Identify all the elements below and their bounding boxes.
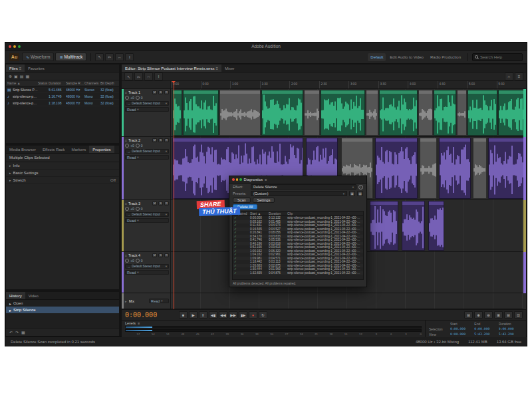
files-column-status[interactable]: Status (38, 81, 49, 85)
help-search[interactable] (472, 53, 523, 61)
diagnostics-row[interactable]: ✓0:52.1900:09.613strip-silence-podcast_r… (233, 245, 363, 249)
diagnostics-row[interactable]: ✓0:34.1700:03.633strip-silence-podcast_r… (233, 235, 363, 239)
diag-col-duration[interactable]: Duration (269, 212, 286, 215)
drag-handle-icon[interactable]: ≡ (125, 253, 127, 257)
track-lane[interactable] (171, 89, 526, 136)
audio-clip[interactable] (439, 138, 471, 199)
arm-record-button[interactable]: R (164, 253, 169, 257)
slip-tool-icon[interactable]: ↔ (144, 72, 153, 80)
solo-button[interactable]: S (158, 138, 163, 142)
track-name[interactable]: Mix (129, 299, 147, 303)
audio-clip[interactable] (498, 90, 525, 136)
diagnostics-row[interactable]: ✓0:41.7460:05.536strip-silence-podcast_r… (233, 238, 363, 242)
redo-icon[interactable]: ↷ (15, 330, 19, 334)
automation-mode-select[interactable]: Read▾ (125, 155, 169, 160)
audio-clip[interactable] (321, 90, 364, 136)
track-name[interactable]: Track 2 (128, 138, 151, 142)
solo-button[interactable]: S (158, 253, 163, 257)
audio-clip[interactable] (473, 138, 487, 199)
audio-clip[interactable] (261, 90, 303, 136)
arm-record-button[interactable]: R (164, 138, 169, 142)
tab-favorites[interactable]: Favorites (25, 65, 48, 72)
minimize-icon[interactable] (236, 178, 239, 181)
files-column-duration[interactable]: Duration (49, 81, 66, 85)
tab-history[interactable]: History (6, 292, 25, 299)
workspace-default[interactable]: Default (368, 53, 386, 61)
pan-knob[interactable] (136, 207, 140, 211)
multitrack-view-button[interactable]: ≣Multitrack (55, 53, 86, 61)
section-stretch[interactable]: ▸StretchOff (6, 177, 119, 184)
mute-button[interactable]: M (152, 90, 157, 94)
zoom-selection-button[interactable]: ⊡ (514, 311, 523, 319)
audio-clip[interactable] (488, 138, 525, 199)
tab-video[interactable]: Video (25, 292, 42, 299)
diag-col-clip[interactable]: Clip (287, 212, 362, 215)
trash-icon[interactable]: ▦ (25, 74, 29, 78)
settings-button[interactable]: Settings (253, 198, 275, 203)
loop-button[interactable]: ↻ (259, 311, 267, 319)
track-input-select[interactable]: →Default Stereo Input▾ (125, 264, 169, 269)
panel-menu-icon[interactable]: ≡ (215, 66, 218, 70)
zoom-out-full-button[interactable]: ⊟ (464, 311, 473, 319)
file-row[interactable]: ♪strip-silence-podcast_recording-1_2021-… (6, 100, 119, 106)
tab-markers[interactable]: Markers (68, 146, 90, 153)
diagnostics-row[interactable]: ✓1:32.6990:04.876strip-silence-podcast_r… (233, 271, 363, 275)
section-basic-settings[interactable]: ▸Basic Settings (6, 170, 119, 177)
automation-mode-select[interactable]: Read▾ (125, 218, 169, 223)
trash-icon[interactable]: ▦ (21, 330, 25, 334)
tab-mixer[interactable]: Mixer (221, 65, 238, 72)
audio-clip[interactable] (428, 201, 444, 251)
mute-button[interactable]: M (152, 138, 157, 142)
close-icon[interactable] (232, 178, 235, 181)
diagnostics-row[interactable]: ✓0:05.1620:01.485strip-silence-podcast_r… (233, 220, 363, 224)
import-file-icon[interactable]: ⊕ (9, 74, 12, 78)
snap-icon[interactable]: ∩ (505, 72, 513, 80)
close-window-icon[interactable] (9, 45, 11, 48)
zoom-out-button[interactable]: ⊖ (484, 311, 493, 319)
arm-record-button[interactable]: R (164, 90, 169, 94)
diagnostics-row[interactable]: ✓1:04.1620:02.961strip-silence-podcast_r… (233, 253, 363, 257)
workspace-radio-production[interactable]: Radio Production (428, 53, 464, 61)
info-icon[interactable]: i (358, 185, 363, 190)
tab-effects-rack[interactable]: Effects Rack (39, 146, 68, 153)
audio-clip[interactable] (366, 90, 378, 136)
mute-button[interactable]: M (152, 253, 157, 257)
time-selection-tool-icon[interactable]: I (154, 72, 163, 80)
maximize-window-icon[interactable] (18, 45, 21, 48)
time-ruler[interactable]: 0:000:301:001:302:002:303:003:304:004:30… (122, 81, 526, 89)
diagnostics-row[interactable]: ✓1:26.6830:02.875strip-silence-podcast_r… (233, 264, 363, 268)
history-item-open[interactable]: ▸Open (6, 300, 119, 307)
zoom-in-button[interactable]: ⊕ (474, 311, 483, 319)
automation-mode-select[interactable]: Read▾ (125, 270, 169, 275)
files-column-channels[interactable]: Channels (84, 81, 100, 85)
zoom-out-horizontal-button[interactable]: ⊟ (504, 311, 513, 319)
mute-button[interactable]: M (152, 201, 157, 205)
diagnostics-row[interactable]: ✓0:11.6310:04.973strip-silence-podcast_r… (233, 223, 363, 227)
tab-properties[interactable]: Properties (89, 146, 114, 153)
history-item-strip-silence[interactable]: ▸Strip Silence (6, 307, 119, 313)
file-row[interactable]: ♪strip-silence-podcast_recording-1_2021-… (6, 93, 119, 100)
track-input-select[interactable]: →Default Stereo Input▾ (125, 149, 169, 154)
pan-knob[interactable] (136, 144, 140, 148)
track-name[interactable]: Track 4 (128, 253, 151, 257)
workspace-edit-audio-to-video[interactable]: Edit Audio to Video (387, 53, 426, 61)
mix-lane[interactable] (171, 293, 526, 309)
effect-select[interactable]: Delete Silence ▾ (251, 184, 356, 190)
file-row[interactable]: ▤Strip Silence Podcast Interview Remix.s… (6, 86, 119, 93)
track-name[interactable]: Track 1 (128, 90, 151, 94)
files-column-bit-depth[interactable]: Bit Depth (100, 81, 118, 85)
drag-handle-icon[interactable]: ≡ (125, 201, 127, 205)
diagnostics-title-bar[interactable]: Diagnostics ≡ (229, 176, 366, 184)
drag-handle-icon[interactable]: ≡ (125, 90, 127, 94)
fast-forward-button[interactable]: ▶▶ (229, 311, 237, 319)
automation-mode-select[interactable]: Read▾ (149, 299, 169, 303)
audio-clip[interactable] (402, 201, 425, 251)
move-to-previous-button[interactable]: ◀▮ (209, 311, 217, 319)
waveform-view-button[interactable]: ∿Waveform (22, 53, 54, 61)
audio-clip[interactable] (457, 90, 467, 136)
pan-knob[interactable] (136, 259, 140, 263)
automation-mode-select[interactable]: Read▾ (125, 107, 169, 112)
panel-menu-icon[interactable]: ≡ (138, 321, 140, 325)
pan-knob[interactable] (136, 96, 140, 100)
volume-knob[interactable] (125, 96, 129, 100)
